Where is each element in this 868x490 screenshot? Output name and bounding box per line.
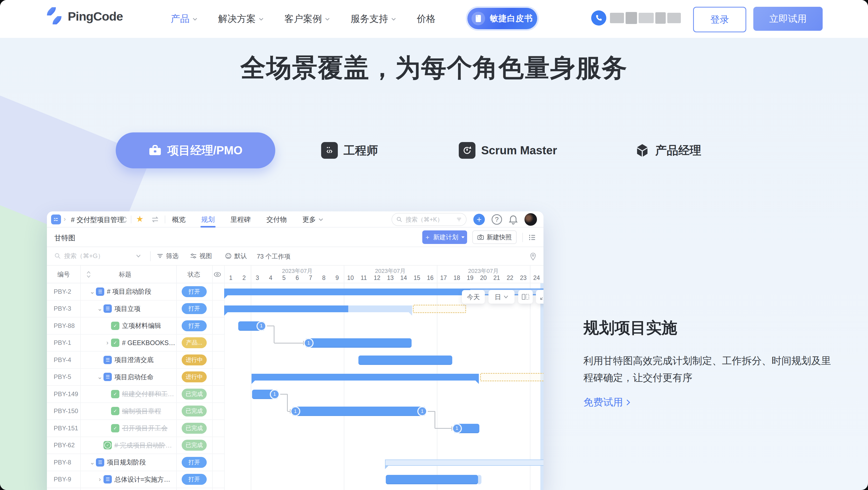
status-badge[interactable]: 打开 — [182, 474, 207, 485]
table-row[interactable]: PBY-149✓组建交付群和工作台已完成 — [47, 386, 224, 403]
status-badge[interactable]: 进行中 — [182, 371, 207, 382]
logo-text: PingCode — [68, 9, 123, 24]
dependency-count-badge[interactable]: 1 — [453, 425, 461, 432]
project-folder-icon[interactable] — [51, 215, 61, 224]
gantt-bar-PBY-9[interactable] — [386, 475, 478, 484]
breadcrumb-project-title[interactable]: # 交付型项目管理 — [71, 215, 124, 224]
role-tab-1[interactable]: 项目经理/PMO — [116, 132, 275, 169]
status-badge[interactable]: 打开 — [182, 286, 207, 297]
status-badge[interactable]: 已完成 — [182, 389, 207, 400]
gantt-bar-PBY-4[interactable] — [359, 356, 452, 365]
logo[interactable]: PingCode — [45, 7, 123, 26]
expander-icon[interactable]: ⌄ — [89, 459, 96, 466]
role-tab-4[interactable]: 产品经理 — [635, 132, 701, 169]
nav-item-解决方案[interactable]: 解决方案 — [218, 12, 264, 25]
status-badge[interactable]: 打开 — [182, 303, 207, 314]
gantt-bar-PBY-9[interactable] — [478, 475, 482, 484]
column-header-title[interactable]: 标题 — [119, 266, 131, 283]
nav-item-客户案例[interactable]: 客户案例 — [284, 12, 330, 25]
table-row[interactable]: PBY-8⌄☰项目规划阶段打开 — [47, 454, 224, 471]
gantt-bar-PBY-3[interactable] — [413, 305, 466, 313]
avatar[interactable] — [524, 213, 537, 226]
help-icon[interactable]: ? — [492, 214, 502, 225]
nav-item-价格[interactable]: 价格 — [417, 12, 436, 25]
table-row[interactable]: PBY-62✓# 完成项目启动阶段...已完成 — [47, 437, 224, 454]
today-button[interactable]: 今天 — [462, 290, 485, 304]
eye-icon[interactable] — [213, 271, 222, 278]
view-settings-button[interactable]: 视图 — [190, 252, 212, 260]
tab-更多[interactable]: 更多 — [302, 211, 324, 227]
favorite-star-icon[interactable]: ★ — [136, 214, 144, 224]
gantt-bar-PBY-3[interactable] — [224, 305, 348, 312]
table-row[interactable]: PBY-9›☰总体设计=实施方案（...打开 — [47, 471, 224, 488]
divider — [165, 216, 165, 223]
status-badge[interactable]: 已完成 — [182, 405, 207, 417]
project-switch-icon[interactable] — [122, 216, 128, 224]
search-scope-chevron-icon[interactable] — [135, 254, 141, 258]
dependency-count-badge[interactable]: 1 — [418, 407, 426, 415]
status-badge[interactable]: 打开 — [182, 320, 207, 331]
gantt-bar-PBY-5[interactable] — [251, 374, 479, 380]
table-row[interactable]: PBY-88✓立项材料编辑打开 — [47, 317, 224, 335]
fullscreen-button[interactable] — [536, 290, 544, 304]
table-row[interactable]: PBY-5⌄☰项目启动任命进行中 — [47, 369, 224, 386]
status-badge[interactable]: 进行中 — [182, 355, 207, 365]
new-plan-button[interactable]: ＋ 新建计划 — [422, 231, 467, 244]
summary-notch — [251, 380, 255, 384]
table-row[interactable]: PBY-150✓编制项目章程已完成 — [47, 403, 224, 420]
split-panel-button[interactable] — [518, 290, 533, 304]
notification-bell-icon[interactable] — [508, 214, 518, 225]
gantt-bar-PBY-3[interactable] — [348, 305, 412, 312]
table-row[interactable]: PBY-151✓召开项目开工会已完成 — [47, 420, 224, 437]
divider — [131, 216, 131, 223]
tab-概览[interactable]: 概览 — [172, 211, 186, 227]
table-row[interactable]: PBY-3⌄☰项目立项打开 — [47, 301, 224, 318]
default-theme-button[interactable]: 默认 — [225, 252, 247, 260]
view-list-icon[interactable] — [528, 233, 536, 242]
create-plus-button[interactable]: + — [473, 214, 485, 225]
expander-icon[interactable]: › — [96, 476, 103, 483]
global-search-input[interactable]: 搜索（⌘+K） — [392, 213, 467, 226]
nav-item-产品[interactable]: 产品 — [171, 12, 198, 25]
tab-交付物[interactable]: 交付物 — [267, 211, 287, 227]
gantt-bar-PBY-1[interactable] — [305, 338, 411, 348]
swap-icon[interactable] — [151, 216, 159, 223]
gantt-search-input[interactable]: 搜索（⌘+G） — [54, 252, 104, 260]
gantt-bar-PBY-2[interactable] — [224, 288, 470, 295]
expander-icon[interactable]: › — [104, 339, 111, 346]
expander-icon[interactable]: ⌄ — [89, 288, 96, 295]
row-id: PBY-9 — [47, 476, 80, 483]
status-badge[interactable]: 产品... — [182, 337, 207, 348]
locate-pin-icon[interactable] — [529, 252, 537, 261]
table-row[interactable]: PBY-4☰项目澄清交底进行中 — [47, 351, 224, 369]
whitepaper-badge[interactable]: 敏捷白皮书 — [467, 8, 537, 29]
new-snapshot-button[interactable]: 新建快照 — [472, 231, 517, 244]
column-header-id[interactable]: 编号 — [57, 266, 70, 283]
gantt-bar-PBY-150[interactable] — [292, 407, 426, 416]
sort-icon[interactable] — [86, 271, 91, 278]
role-tab-2[interactable]: 工程师 — [321, 132, 378, 169]
expander-icon[interactable]: ⌄ — [96, 305, 103, 312]
dependency-count-badge[interactable]: 1 — [257, 322, 265, 330]
status-badge[interactable]: 已完成 — [182, 423, 207, 434]
status-badge[interactable]: 已完成 — [182, 440, 207, 451]
free-trial-link[interactable]: 免费试用 — [583, 396, 631, 409]
filter-button[interactable]: 筛选 — [157, 252, 179, 260]
tab-里程碑[interactable]: 里程碑 — [230, 211, 251, 227]
login-button[interactable]: 登录 — [693, 7, 746, 32]
row-status-cell: 已完成 — [176, 389, 212, 400]
try-now-button[interactable]: 立即试用 — [753, 7, 823, 31]
role-tab-3[interactable]: Scrum Master — [459, 132, 557, 169]
dependency-count-badge[interactable]: 1 — [271, 391, 279, 398]
table-row[interactable]: PBY-2⌄☰# 项目启动阶段打开 — [47, 283, 224, 301]
expander-icon[interactable]: ⌄ — [96, 373, 103, 380]
status-badge[interactable]: 打开 — [182, 457, 207, 468]
tab-规划[interactable]: 规划 — [201, 211, 215, 227]
column-header-status[interactable]: 状态 — [188, 266, 200, 283]
scale-select[interactable]: 日 — [489, 290, 515, 304]
table-row[interactable]: PBY-1›✓# GEEKBOOKS 极...产品... — [47, 335, 224, 352]
gantt-bar-PBY-8[interactable] — [385, 460, 544, 466]
briefcase-icon — [149, 144, 162, 156]
gantt-bar-PBY-5[interactable] — [480, 373, 544, 381]
nav-item-服务支持[interactable]: 服务支持 — [350, 12, 397, 25]
